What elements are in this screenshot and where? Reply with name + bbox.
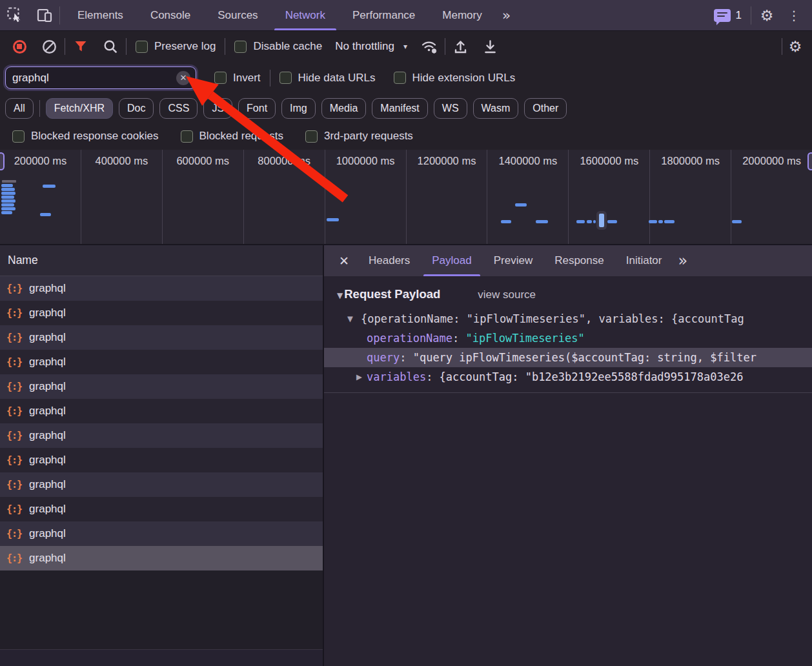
details-tabs: Headers Payload Preview Response (358, 245, 673, 276)
request-row[interactable]: {:} graphql (0, 497, 323, 521)
waterfall-bar (43, 185, 56, 188)
network-overview-timeline[interactable]: 200000 ms 400000 ms 600000 ms 800000 ms … (0, 150, 812, 245)
settings-button[interactable]: ⚙ (755, 7, 778, 24)
details-tab[interactable]: Initiator (615, 245, 673, 276)
panel-tab[interactable]: Sources (204, 0, 271, 30)
invert-checkbox[interactable] (214, 72, 227, 84)
waterfall-bar (658, 220, 663, 223)
hide-data-urls-control[interactable]: Hide data URLs (270, 72, 385, 85)
chip-all[interactable]: All (5, 98, 34, 119)
import-har-button[interactable] (447, 34, 475, 59)
export-har-button[interactable] (476, 34, 505, 59)
request-row[interactable]: {:} graphql (0, 301, 323, 325)
chip-label: Font (247, 103, 267, 114)
network-settings-button[interactable]: ⚙ (784, 38, 807, 55)
resource-type-chip[interactable]: Other (524, 98, 567, 119)
payload-divider (324, 392, 812, 393)
request-row[interactable]: {:} graphql (0, 546, 323, 570)
preserve-log-checkbox[interactable] (136, 41, 148, 53)
request-row[interactable]: {:} graphql (0, 276, 323, 301)
close-icon: ✕ (180, 73, 187, 83)
json-braces-icon: {:} (6, 479, 22, 490)
flag-checkbox[interactable] (181, 130, 193, 143)
filter-toggle-button[interactable] (66, 34, 95, 59)
clear-network-log-button[interactable] (35, 34, 63, 59)
throttling-select[interactable]: No throttling ▾ (331, 40, 414, 53)
flag-checkbox[interactable] (12, 130, 25, 143)
preserve-log-control[interactable]: Preserve log (128, 40, 223, 53)
waterfall-bar (649, 220, 657, 223)
upload-icon (452, 39, 469, 55)
hide-data-urls-checkbox[interactable] (279, 72, 292, 84)
payload-kv-row-selected[interactable]: query: "query ipFlowTimeseries($accountT… (324, 348, 812, 367)
resource-type-chip[interactable]: Doc (119, 98, 154, 119)
disable-cache-control[interactable]: Disable cache (227, 40, 330, 53)
waterfall-bar (40, 213, 51, 216)
inspect-element-button[interactable] (0, 0, 30, 30)
request-payload-section-header[interactable]: ▼ Request Payload view source (337, 287, 812, 301)
toolbar-divider (751, 6, 751, 25)
waterfall-bar (327, 218, 339, 221)
details-tab[interactable]: Payload (421, 245, 482, 276)
panel-tab[interactable]: Network (272, 0, 339, 30)
overview-right-handle[interactable] (807, 152, 812, 170)
close-details-button[interactable]: ✕ (330, 245, 358, 276)
flag-control[interactable]: Blocked requests (170, 130, 294, 143)
panel-tab[interactable]: Elements (64, 0, 137, 30)
hide-extension-urls-control[interactable]: Hide extension URLs (385, 72, 525, 85)
resource-type-chip[interactable]: Manifest (372, 98, 427, 119)
flag-control[interactable]: Blocked response cookies (1, 130, 170, 143)
record-network-log-button[interactable] (5, 34, 34, 59)
request-row[interactable]: {:} graphql (0, 423, 323, 448)
request-row[interactable]: {:} graphql (0, 521, 323, 546)
resource-type-chip[interactable]: JS (203, 98, 232, 119)
details-tab[interactable]: Response (543, 245, 615, 276)
details-tab[interactable]: Headers (358, 245, 421, 276)
payload-value: "query ipFlowTimeseries($accountTag: str… (413, 351, 756, 364)
filter-input-box[interactable]: ✕ (5, 66, 196, 89)
request-row[interactable]: {:} graphql (0, 399, 323, 423)
filter-input[interactable] (12, 72, 176, 85)
disable-cache-checkbox[interactable] (234, 41, 247, 53)
panel-tab-label: Console (150, 9, 190, 22)
throttling-value: No throttling (335, 40, 394, 53)
flag-checkbox[interactable] (305, 130, 318, 143)
request-row[interactable]: {:} graphql (0, 472, 323, 497)
panel-tab[interactable]: Memory (429, 0, 495, 30)
clear-filter-button[interactable]: ✕ (176, 71, 190, 85)
resource-type-chip[interactable]: Font (238, 98, 276, 119)
resource-type-chip[interactable]: Wasm (473, 98, 519, 119)
payload-tree: ▼ {operationName: "ipFlowTimeseries", va… (324, 309, 812, 393)
hide-extension-urls-checkbox[interactable] (394, 72, 406, 84)
panel-tab[interactable]: Console (137, 0, 204, 30)
payload-kv-row[interactable]: operationName: "ipFlowTimeseries" (324, 328, 812, 348)
resource-type-chip[interactable]: WS (434, 98, 467, 119)
devtools-menu-button[interactable]: ⋮ (782, 8, 806, 23)
resource-type-chip[interactable]: Media (321, 98, 367, 119)
payload-kv-row[interactable]: ▶ variables: {accountTag: "b12e3b2192ee5… (324, 367, 812, 387)
resource-type-chip[interactable]: Img (281, 98, 316, 119)
overview-left-handle[interactable] (0, 152, 5, 170)
resource-type-chip[interactable]: Fetch/XHR (46, 98, 113, 119)
more-details-tabs-button[interactable]: » (673, 245, 693, 276)
resource-type-chip[interactable]: CSS (159, 98, 198, 119)
search-network-button[interactable] (96, 34, 125, 59)
more-tabs-button[interactable]: » (496, 0, 517, 30)
flag-control[interactable]: 3rd-party requests (294, 130, 424, 143)
request-flags-row: Blocked response cookies Blocked request… (0, 123, 812, 150)
chip-label: Doc (127, 103, 145, 114)
issues-button[interactable]: 1 (714, 9, 747, 22)
panel-tab[interactable]: Performance (339, 0, 429, 30)
request-row[interactable]: {:} graphql (0, 374, 323, 399)
invert-filter-control[interactable]: Invert (205, 72, 270, 85)
request-row[interactable]: {:} graphql (0, 448, 323, 472)
request-row[interactable]: {:} graphql (0, 325, 323, 350)
device-toolbar-button[interactable] (30, 0, 59, 30)
details-tab[interactable]: Preview (483, 245, 543, 276)
waterfall-bar (732, 220, 742, 223)
network-conditions-button[interactable] (415, 34, 443, 59)
view-source-link[interactable]: view source (478, 288, 536, 301)
request-row[interactable]: {:} graphql (0, 350, 323, 374)
name-column-header[interactable]: Name (0, 245, 323, 276)
payload-summary-row[interactable]: ▼ {operationName: "ipFlowTimeseries", va… (324, 309, 812, 328)
